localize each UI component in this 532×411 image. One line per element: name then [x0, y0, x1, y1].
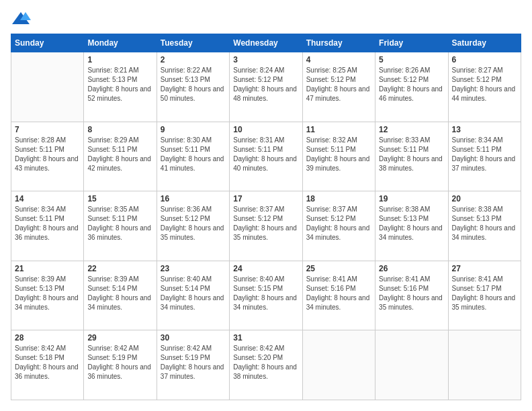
day-info: Sunrise: 8:31 AMSunset: 5:11 PMDaylight:… — [233, 136, 298, 173]
day-number: 13 — [452, 125, 517, 134]
daylight-text: Daylight: 8 hours and 34 minutes. — [15, 293, 80, 312]
day-info: Sunrise: 8:30 AMSunset: 5:11 PMDaylight:… — [161, 136, 226, 173]
sunrise-text: Sunrise: 8:29 AM — [87, 136, 152, 145]
day-info: Sunrise: 8:27 AMSunset: 5:12 PMDaylight:… — [452, 66, 517, 103]
daylight-text: Daylight: 8 hours and 34 minutes. — [379, 224, 444, 242]
day-number: 12 — [379, 125, 444, 134]
day-info: Sunrise: 8:22 AMSunset: 5:13 PMDaylight:… — [161, 66, 226, 103]
calendar-cell: 10Sunrise: 8:31 AMSunset: 5:11 PMDayligh… — [230, 122, 302, 191]
sunset-text: Sunset: 5:12 PM — [306, 214, 371, 224]
sunrise-text: Sunrise: 8:21 AM — [87, 66, 152, 75]
sunrise-text: Sunrise: 8:34 AM — [15, 205, 80, 214]
sunset-text: Sunset: 5:17 PM — [452, 284, 517, 293]
daylight-text: Daylight: 8 hours and 36 minutes. — [15, 363, 80, 381]
calendar-cell: 5Sunrise: 8:26 AMSunset: 5:12 PMDaylight… — [375, 52, 448, 122]
day-info: Sunrise: 8:42 AMSunset: 5:18 PMDaylight:… — [15, 344, 80, 381]
sunrise-text: Sunrise: 8:34 AM — [452, 136, 517, 145]
day-info: Sunrise: 8:39 AMSunset: 5:13 PMDaylight:… — [15, 275, 80, 312]
calendar-cell: 17Sunrise: 8:37 AMSunset: 5:12 PMDayligh… — [230, 191, 302, 261]
sunset-text: Sunset: 5:11 PM — [15, 145, 80, 154]
calendar-cell: 11Sunrise: 8:32 AMSunset: 5:11 PMDayligh… — [302, 122, 375, 191]
day-number: 3 — [233, 55, 298, 64]
day-number: 29 — [87, 333, 152, 342]
day-info: Sunrise: 8:38 AMSunset: 5:13 PMDaylight:… — [452, 205, 517, 242]
day-info: Sunrise: 8:40 AMSunset: 5:15 PMDaylight:… — [233, 275, 298, 312]
sunrise-text: Sunrise: 8:42 AM — [15, 344, 80, 353]
day-info: Sunrise: 8:32 AMSunset: 5:11 PMDaylight:… — [306, 136, 371, 173]
daylight-text: Daylight: 8 hours and 35 minutes. — [452, 293, 517, 312]
sunrise-text: Sunrise: 8:41 AM — [379, 275, 444, 284]
day-number: 4 — [306, 55, 371, 64]
daylight-text: Daylight: 8 hours and 34 minutes. — [306, 293, 371, 312]
day-info: Sunrise: 8:41 AMSunset: 5:16 PMDaylight:… — [379, 275, 444, 312]
sunset-text: Sunset: 5:12 PM — [233, 75, 298, 85]
day-info: Sunrise: 8:21 AMSunset: 5:13 PMDaylight:… — [87, 66, 152, 103]
day-number: 28 — [15, 333, 80, 342]
day-number: 20 — [452, 194, 517, 203]
daylight-text: Daylight: 8 hours and 38 minutes. — [379, 154, 444, 173]
sunrise-text: Sunrise: 8:33 AM — [379, 136, 444, 145]
daylight-text: Daylight: 8 hours and 37 minutes. — [161, 363, 226, 381]
calendar-week-row: 28Sunrise: 8:42 AMSunset: 5:18 PMDayligh… — [11, 330, 521, 400]
calendar-body: 1Sunrise: 8:21 AMSunset: 5:13 PMDaylight… — [11, 52, 521, 400]
sunset-text: Sunset: 5:11 PM — [15, 214, 80, 224]
sunset-text: Sunset: 5:11 PM — [161, 145, 226, 154]
sunset-text: Sunset: 5:19 PM — [87, 353, 152, 363]
sunset-text: Sunset: 5:14 PM — [87, 284, 152, 293]
sunrise-text: Sunrise: 8:40 AM — [161, 275, 226, 284]
day-info: Sunrise: 8:35 AMSunset: 5:11 PMDaylight:… — [87, 205, 152, 242]
weekday-header-cell: Thursday — [302, 34, 375, 52]
sunset-text: Sunset: 5:11 PM — [87, 145, 152, 154]
calendar-cell: 2Sunrise: 8:22 AMSunset: 5:13 PMDaylight… — [157, 52, 229, 122]
day-number: 6 — [452, 55, 517, 64]
day-number: 26 — [379, 264, 444, 273]
daylight-text: Daylight: 8 hours and 36 minutes. — [87, 224, 152, 242]
day-info: Sunrise: 8:37 AMSunset: 5:12 PMDaylight:… — [306, 205, 371, 242]
calendar-cell: 3Sunrise: 8:24 AMSunset: 5:12 PMDaylight… — [230, 52, 302, 122]
daylight-text: Daylight: 8 hours and 48 minutes. — [233, 85, 298, 103]
sunset-text: Sunset: 5:14 PM — [161, 284, 226, 293]
day-info: Sunrise: 8:34 AMSunset: 5:11 PMDaylight:… — [452, 136, 517, 173]
daylight-text: Daylight: 8 hours and 34 minutes. — [161, 293, 226, 312]
sunrise-text: Sunrise: 8:35 AM — [87, 205, 152, 214]
day-number: 11 — [306, 125, 371, 134]
sunrise-text: Sunrise: 8:31 AM — [233, 136, 298, 145]
day-number: 10 — [233, 125, 298, 134]
day-number: 5 — [379, 55, 444, 64]
day-number: 14 — [15, 194, 80, 203]
day-number: 19 — [379, 194, 444, 203]
logo-icon — [11, 11, 31, 27]
daylight-text: Daylight: 8 hours and 50 minutes. — [161, 85, 226, 103]
sunset-text: Sunset: 5:11 PM — [306, 145, 371, 154]
sunrise-text: Sunrise: 8:40 AM — [233, 275, 298, 284]
sunset-text: Sunset: 5:13 PM — [15, 284, 80, 293]
day-info: Sunrise: 8:37 AMSunset: 5:12 PMDaylight:… — [233, 205, 298, 242]
sunrise-text: Sunrise: 8:27 AM — [452, 66, 517, 75]
sunset-text: Sunset: 5:19 PM — [161, 353, 226, 363]
calendar-cell — [448, 330, 521, 400]
sunrise-text: Sunrise: 8:37 AM — [233, 205, 298, 214]
calendar-cell: 4Sunrise: 8:25 AMSunset: 5:12 PMDaylight… — [302, 52, 375, 122]
sunrise-text: Sunrise: 8:39 AM — [15, 275, 80, 284]
day-number: 23 — [161, 264, 226, 273]
daylight-text: Daylight: 8 hours and 39 minutes. — [306, 154, 371, 173]
sunset-text: Sunset: 5:12 PM — [452, 75, 517, 85]
day-number: 2 — [161, 55, 226, 64]
page: SundayMondayTuesdayWednesdayThursdayFrid… — [0, 0, 532, 411]
daylight-text: Daylight: 8 hours and 52 minutes. — [87, 85, 152, 103]
calendar-cell: 18Sunrise: 8:37 AMSunset: 5:12 PMDayligh… — [302, 191, 375, 261]
weekday-header-cell: Monday — [84, 34, 157, 52]
calendar-week-row: 21Sunrise: 8:39 AMSunset: 5:13 PMDayligh… — [11, 261, 521, 330]
calendar-cell: 14Sunrise: 8:34 AMSunset: 5:11 PMDayligh… — [11, 191, 84, 261]
daylight-text: Daylight: 8 hours and 42 minutes. — [87, 154, 152, 173]
daylight-text: Daylight: 8 hours and 38 minutes. — [233, 363, 298, 381]
daylight-text: Daylight: 8 hours and 35 minutes. — [379, 293, 444, 312]
sunset-text: Sunset: 5:11 PM — [87, 214, 152, 224]
sunrise-text: Sunrise: 8:41 AM — [306, 275, 371, 284]
sunrise-text: Sunrise: 8:42 AM — [87, 344, 152, 353]
sunset-text: Sunset: 5:18 PM — [15, 353, 80, 363]
sunset-text: Sunset: 5:13 PM — [87, 75, 152, 85]
daylight-text: Daylight: 8 hours and 40 minutes. — [233, 154, 298, 173]
day-info: Sunrise: 8:25 AMSunset: 5:12 PMDaylight:… — [306, 66, 371, 103]
sunrise-text: Sunrise: 8:42 AM — [161, 344, 226, 353]
